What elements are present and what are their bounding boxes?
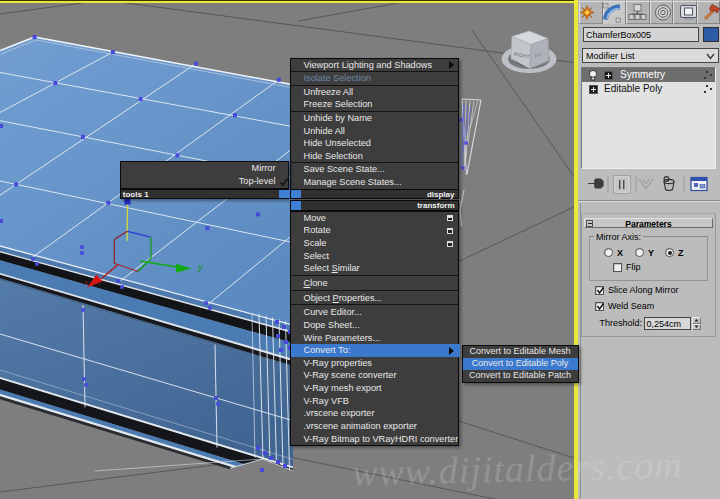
svg-text:y: y: [197, 262, 203, 272]
